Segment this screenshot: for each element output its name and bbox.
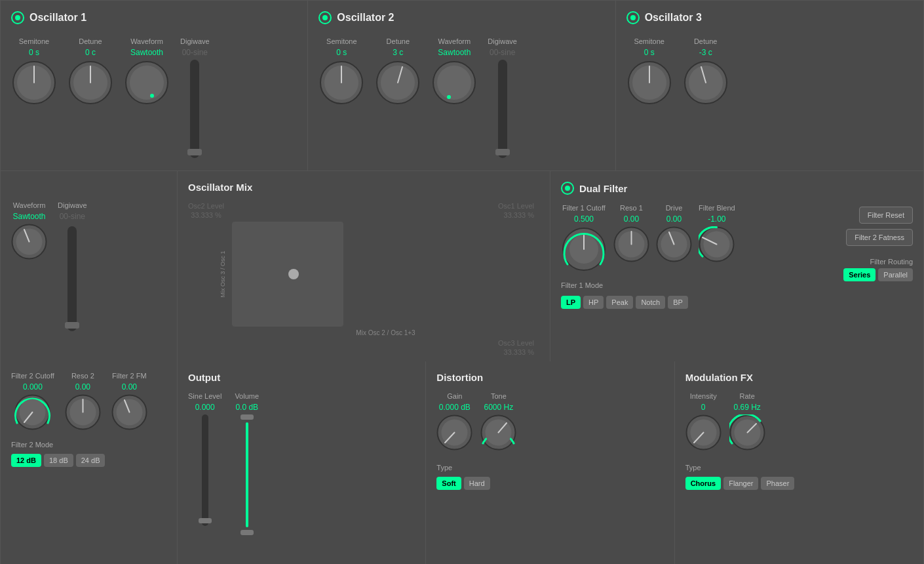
filter-mode-peak[interactable]: Peak [606,296,633,309]
filter2-mode-18db[interactable]: 18 dB [44,454,73,467]
osc3-semitone-label: Semitone [634,37,664,45]
osc3-waveform-label: Waveform [13,201,46,209]
osc1-semitone-group: Semitone 0 s [11,37,57,106]
distortion-type-soft[interactable]: Soft [436,477,461,490]
modfx-intensity-label: Intensity [690,392,717,400]
osc1-semitone-knob[interactable] [11,60,57,106]
osc1-waveform-value: Sawtooth [130,48,163,57]
osc1-semitone-value: 0 s [29,48,39,57]
modfx-panel: Modulation FX Intensity 0 Rate 0.69 Hz [675,361,923,564]
osc2-level-label: Osc2 Level [188,202,224,210]
filter-blend-group: Filter Blend -1.00 [699,204,735,272]
filter-mode-hp[interactable]: HP [583,296,604,309]
osc3-wave-knob[interactable] [11,224,47,260]
reso2-label: Reso 2 [71,372,94,380]
osc1-power-button[interactable] [11,11,24,24]
filter2-mode-buttons: 12 dB 18 dB 24 dB [11,454,166,467]
distortion-tone-knob[interactable] [480,414,516,451]
filter2-mode-24db[interactable]: 24 dB [76,454,106,467]
modfx-type-chorus[interactable]: Chorus [685,477,722,490]
filter-reset-button[interactable]: Filter Reset [859,207,913,224]
osc1-detune-knob[interactable] [67,60,113,106]
modfx-intensity-group: Intensity 0 [685,392,722,451]
filter1-cutoff-value: 0.500 [574,214,594,224]
distortion-gain-label: Gain [447,392,462,400]
routing-series-button[interactable]: Series [843,268,876,281]
svg-point-16 [437,66,471,100]
modfx-type-phaser[interactable]: Phaser [761,477,794,490]
osc2-level-value: 33.333 % [188,211,224,219]
osc1-title: Oscillator 1 [29,12,87,24]
filter2-fm-group: Filter 2 FM 0.00 [111,372,147,430]
modfx-type-flanger[interactable]: Flanger [723,477,758,490]
dual-filter-panel: Dual Filter Filter 1 Cutoff 0.500 [550,171,923,367]
osc3-title: Oscillator 3 [645,12,702,24]
oscillator2-panel: Oscillator 2 Semitone 0 s Detune 3 c [308,1,615,171]
osc-mix-panel: Oscillator Mix Osc2 Level 33.333 % Osc1 … [178,171,550,367]
middle-row: Waveform Sawtooth Digiwave 00-sine Oscil… [1,171,923,361]
filter2-cutoff-value: 0.000 [23,382,43,392]
oscillator3-panel: Oscillator 3 Semitone 0 s Detune -3 c [616,1,923,171]
filter1-cutoff-knob[interactable] [561,226,607,272]
svg-point-8 [150,94,154,98]
filter-mode-bp[interactable]: BP [668,296,688,309]
osc1-detune-label: Detune [79,37,102,45]
modfx-rate-knob[interactable] [729,414,765,451]
oscillator-mix-xy-pad[interactable]: Mix Osc 3 / Osc 1 [232,222,343,327]
osc3-detune-knob[interactable] [683,60,729,106]
filter2-cutoff-knob[interactable] [14,394,50,430]
filter2-fatness-button[interactable]: Filter 2 Fatness [846,229,913,246]
distortion-type-hard[interactable]: Hard [464,477,490,490]
oscillator1-panel: Oscillator 1 Semitone 0 s Detune 0 c [1,1,308,171]
filter-mode-notch[interactable]: Notch [636,296,665,309]
filter-mode-lp[interactable]: LP [561,296,581,309]
osc2-power-button[interactable] [318,11,332,24]
dual-filter-power-button[interactable] [561,182,574,195]
sine-level-slider[interactable] [202,414,208,526]
filter1-cutoff-label: Filter 1 Cutoff [562,204,606,212]
reso2-knob[interactable] [65,394,101,430]
distortion-gain-knob[interactable] [436,414,472,451]
filter2-cutoff-label: Filter 2 Cutoff [11,372,54,380]
distortion-gain-value: 0.000 dB [439,403,471,412]
filter2-fm-value: 0.00 [122,382,137,392]
osc2-waveform-knob[interactable] [431,60,477,106]
modfx-rate-value: 0.69 Hz [733,403,760,412]
routing-parallel-button[interactable]: Parallel [878,268,913,281]
osc3-digiwave-value: 00-sine [60,212,85,221]
drive-group: Drive 0.00 [656,204,692,272]
filter-blend-knob[interactable] [699,226,735,262]
modfx-intensity-knob[interactable] [685,414,722,451]
modfx-rate-label: Rate [740,392,755,400]
output-title: Output [188,372,415,383]
filter1-mode-label: Filter 1 Mode [561,281,603,289]
osc2-semitone-knob[interactable] [318,60,364,106]
distortion-panel: Distortion Gain 0.000 dB Tone 6000 Hz [426,361,674,564]
reso1-knob[interactable] [613,226,649,262]
osc3-power-button[interactable] [626,11,640,24]
osc2-digiwave-slider[interactable] [498,60,507,158]
osc1-waveform-group: Waveform Sawtooth [124,37,170,106]
drive-knob[interactable] [656,226,692,262]
osc2-detune-knob[interactable] [375,60,421,106]
sine-level-value: 0.000 [195,403,215,412]
svg-point-17 [447,95,451,99]
distortion-gain-group: Gain 0.000 dB [436,392,472,451]
filter2-fm-knob[interactable] [111,394,147,430]
filter2-panel: Filter 2 Cutoff 0.000 Reso 2 0.00 [1,361,178,564]
osc1-digiwave-slider[interactable] [190,60,199,158]
osc1-waveform-knob[interactable] [124,60,170,106]
osc1-digiwave-value: 00-sine [182,48,208,57]
output-panel: Output Sine Level 0.000 Volume 0.0 dB [178,361,426,564]
filter2-mode-12db[interactable]: 12 dB [11,454,41,467]
xy-cursor [288,269,299,279]
osc3-semitone-knob[interactable] [626,60,672,106]
osc1-level-value: 33.333 % [504,211,534,219]
osc3-digiwave-slider[interactable] [67,226,77,331]
reso2-value: 0.00 [75,382,90,392]
osc3-level-label: Osc3 Level [498,339,534,347]
top-row: Oscillator 1 Semitone 0 s Detune 0 c [1,1,923,171]
osc1-level-label: Osc1 Level [498,202,534,210]
osc-mix-title: Oscillator Mix [188,182,539,193]
filter2-cutoff-group: Filter 2 Cutoff 0.000 [11,372,54,430]
